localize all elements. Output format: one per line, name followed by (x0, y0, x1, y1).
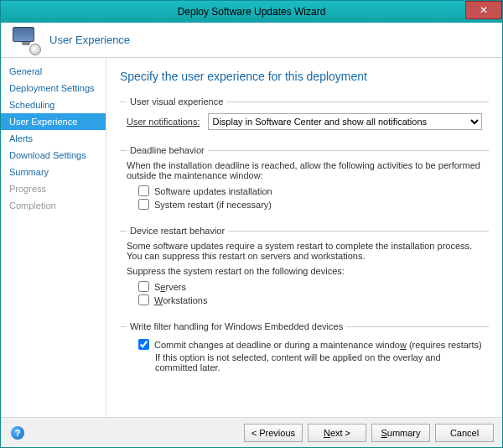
wizard-window: Deploy Software Updates Wizard ✕ User Ex… (0, 0, 503, 448)
group-write-filter: Write filter handling for Windows Embedd… (120, 321, 489, 378)
help-icon[interactable]: ? (11, 426, 24, 440)
sidebar-item-general[interactable]: General (1, 63, 106, 80)
content-heading: Specify the user experience for this dep… (120, 70, 489, 83)
summary-button[interactable]: Summary (371, 424, 430, 442)
titlebar: Deploy Software Updates Wizard ✕ (1, 1, 502, 23)
cb-servers-label: Servers (154, 282, 186, 292)
sidebar-item-deployment-settings[interactable]: Deployment Settings (1, 80, 106, 96)
content-pane: Specify the user experience for this dep… (106, 58, 502, 417)
sidebar-item-completion: Completion (1, 197, 106, 214)
footer-bar: ? < Previous Next > Summary Cancel (1, 417, 502, 447)
cb-servers-row[interactable]: Servers (138, 281, 482, 292)
cb-workstations-row[interactable]: Workstations (138, 294, 482, 305)
write-filter-note: If this option is not selected, content … (155, 352, 482, 372)
cb-software-updates-row[interactable]: Software updates installation (138, 185, 482, 196)
cb-workstations[interactable] (138, 294, 149, 305)
sidebar-item-progress: Progress (1, 180, 106, 197)
cb-servers[interactable] (138, 281, 149, 292)
sidebar-item-alerts[interactable]: Alerts (1, 130, 106, 147)
group-write-filter-legend: Write filter handling for Windows Embedd… (127, 321, 346, 331)
group-visual-experience: User visual experience User notification… (120, 96, 489, 137)
group-visual-legend: User visual experience (127, 96, 226, 107)
cb-software-updates-label: Software updates installation (154, 186, 272, 196)
cb-software-updates[interactable] (138, 185, 149, 196)
cb-system-restart[interactable] (138, 199, 149, 210)
cb-commit[interactable] (138, 339, 149, 350)
previous-button[interactable]: < Previous (244, 424, 303, 442)
group-deadline-legend: Deadline behavior (127, 145, 208, 155)
user-notifications-label: User notifications: (127, 117, 200, 127)
close-button[interactable]: ✕ (465, 1, 502, 19)
sidebar-item-user-experience[interactable]: User Experience (1, 113, 106, 130)
body-area: GeneralDeployment SettingsSchedulingUser… (1, 58, 502, 417)
cb-commit-label: Commit changes at deadline or during a m… (154, 340, 482, 350)
window-title: Deploy Software Updates Wizard (1, 6, 502, 18)
cb-commit-row[interactable]: Commit changes at deadline or during a m… (138, 339, 482, 350)
group-restart-legend: Device restart behavior (127, 226, 228, 236)
header-strip: User Experience (1, 23, 502, 58)
cb-workstations-label: Workstations (154, 295, 207, 305)
group-deadline: Deadline behavior When the installation … (120, 145, 489, 217)
close-icon: ✕ (480, 4, 488, 16)
deadline-desc: When the installation deadline is reache… (127, 160, 482, 180)
cb-system-restart-label: System restart (if necessary) (154, 200, 272, 210)
user-notifications-select[interactable]: Display in Software Center and show all … (208, 113, 482, 130)
sidebar-item-summary[interactable]: Summary (1, 164, 106, 180)
sidebar: GeneralDeployment SettingsSchedulingUser… (1, 58, 106, 417)
restart-desc1: Some software updates require a system r… (127, 241, 482, 261)
cb-system-restart-row[interactable]: System restart (if necessary) (138, 199, 482, 210)
group-restart: Device restart behavior Some software up… (120, 226, 489, 313)
wizard-icon (13, 27, 39, 54)
cancel-button[interactable]: Cancel (435, 424, 494, 442)
restart-desc2: Suppress the system restart on the follo… (127, 266, 482, 276)
sidebar-item-scheduling[interactable]: Scheduling (1, 96, 106, 113)
sidebar-item-download-settings[interactable]: Download Settings (1, 147, 106, 164)
page-label: User Experience (49, 34, 130, 46)
next-button[interactable]: Next > (308, 424, 366, 442)
